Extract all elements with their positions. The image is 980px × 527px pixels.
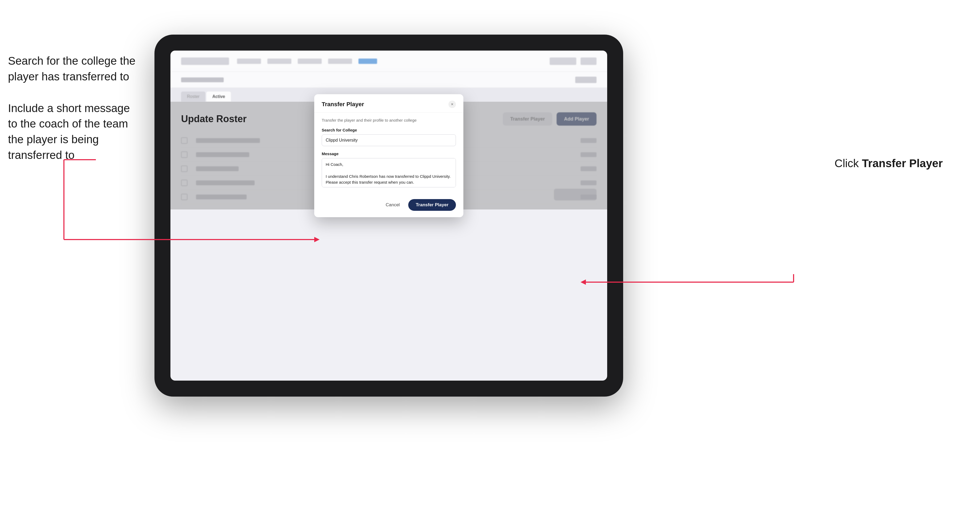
breadcrumb <box>181 78 224 82</box>
nav-clips <box>328 59 352 64</box>
nav-bar <box>237 59 542 64</box>
modal-body: Transfer the player and their profile to… <box>314 113 463 195</box>
annotation-line-2: player has transferred to <box>8 69 146 85</box>
modal-title: Transfer Player <box>322 101 364 108</box>
tablet-screen: Roster Active Update Roster Transfer Pla… <box>170 51 607 381</box>
filter-btn <box>575 77 597 83</box>
college-search-input[interactable] <box>322 135 456 146</box>
tab-active: Active <box>206 92 231 102</box>
college-label: Search for College <box>322 128 456 132</box>
logo <box>181 57 229 65</box>
sub-header <box>170 72 607 88</box>
message-label: Message <box>322 151 456 156</box>
annotation-line-1: Search for the college the <box>8 53 146 69</box>
nav-roster <box>298 59 322 64</box>
main-content: Update Roster Transfer Player Add Player <box>170 102 607 210</box>
annotation-line-5: the player is being <box>8 132 146 148</box>
message-textarea[interactable]: Hi Coach, I understand Chris Robertson h… <box>322 158 456 187</box>
nav-tools <box>267 59 291 64</box>
left-annotation: Search for the college the player has tr… <box>8 53 146 163</box>
transfer-player-button[interactable]: Transfer Player <box>408 199 456 211</box>
annotation-right-prefix: Click <box>835 157 862 170</box>
modal-description: Transfer the player and their profile to… <box>322 118 456 122</box>
modal-header: Transfer Player × <box>314 94 463 113</box>
tab-roster: Roster <box>181 92 205 102</box>
annotation-line-3: Include a short message <box>8 101 146 116</box>
header-save-btn <box>550 57 576 65</box>
modal-overlay: Transfer Player × Transfer the player an… <box>170 102 607 210</box>
tablet-frame: Roster Active Update Roster Transfer Pla… <box>154 35 623 397</box>
app-header <box>170 51 607 72</box>
annotation-right-bold: Transfer Player <box>862 157 943 170</box>
right-annotation: Click Transfer Player <box>835 157 943 170</box>
nav-community <box>237 59 261 64</box>
annotation-line-6: transferred to <box>8 148 146 163</box>
nav-active <box>358 59 377 64</box>
header-right <box>550 57 597 65</box>
modal-close-button[interactable]: × <box>449 101 456 108</box>
annotation-line-4: to the coach of the team <box>8 116 146 132</box>
cancel-button[interactable]: Cancel <box>381 200 404 210</box>
transfer-player-modal: Transfer Player × Transfer the player an… <box>314 94 463 217</box>
modal-footer: Cancel Transfer Player <box>314 195 463 217</box>
header-edit-btn <box>581 57 597 65</box>
